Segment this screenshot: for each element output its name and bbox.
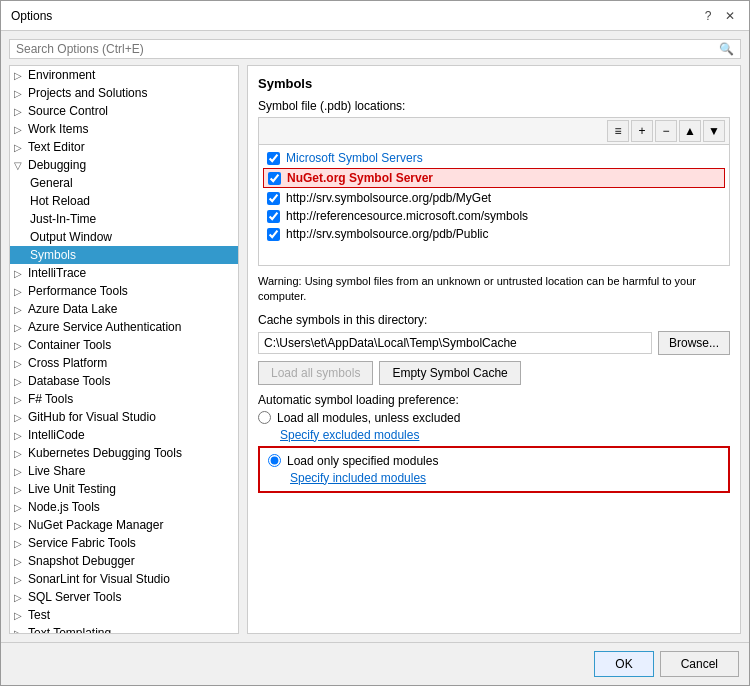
expand-icon: ▷ xyxy=(14,322,28,333)
symbol-checkbox-nuget-server[interactable] xyxy=(268,172,281,185)
tree-item-nuget-manager[interactable]: ▷ NuGet Package Manager xyxy=(10,516,238,534)
radio-load-only-input[interactable] xyxy=(268,454,281,467)
up-toolbar-btn[interactable]: ▲ xyxy=(679,120,701,142)
search-input[interactable] xyxy=(16,42,719,56)
expand-icon: ▷ xyxy=(14,556,28,567)
options-dialog: Options ? ✕ 🔍 ▷ Environment ▷ Projects a… xyxy=(0,0,750,686)
symbol-file-label: Symbol file (.pdb) locations: xyxy=(258,99,730,113)
tree-item-text-editor[interactable]: ▷ Text Editor xyxy=(10,138,238,156)
load-all-symbols-button[interactable]: Load all symbols xyxy=(258,361,373,385)
tree-item-snapshot-debugger[interactable]: ▷ Snapshot Debugger xyxy=(10,552,238,570)
tree-item-live-share[interactable]: ▷ Live Share xyxy=(10,462,238,480)
warning-text: Warning: Using symbol files from an unkn… xyxy=(258,274,730,305)
tree-item-fsharp-tools[interactable]: ▷ F# Tools xyxy=(10,390,238,408)
radio-load-all-label: Load all modules, unless excluded xyxy=(277,411,460,425)
expand-icon: ▷ xyxy=(14,106,28,117)
help-button[interactable]: ? xyxy=(699,7,717,25)
cache-row: Browse... xyxy=(258,331,730,355)
tree-item-just-in-time[interactable]: Just-In-Time xyxy=(10,210,238,228)
tree-item-test[interactable]: ▷ Test xyxy=(10,606,238,624)
radio-load-only-box: Load only specified modules Specify incl… xyxy=(258,446,730,493)
right-panel: Symbols Symbol file (.pdb) locations: ≡ … xyxy=(247,65,741,634)
tree-item-github-vs[interactable]: ▷ GitHub for Visual Studio xyxy=(10,408,238,426)
symbol-checkbox-ms-servers[interactable] xyxy=(267,152,280,165)
symbol-item-refsource[interactable]: http://referencesource.microsoft.com/sym… xyxy=(263,207,725,225)
expand-icon: ▷ xyxy=(14,376,28,387)
symbol-item-nuget-server[interactable]: NuGet.org Symbol Server xyxy=(263,168,725,188)
main-area: ▷ Environment ▷ Projects and Solutions ▷… xyxy=(9,65,741,634)
add-toolbar-btn[interactable]: + xyxy=(631,120,653,142)
radio-load-only-label: Load only specified modules xyxy=(287,454,438,468)
symbol-item-mygit[interactable]: http://srv.symbolsource.org/pdb/MyGet xyxy=(263,189,725,207)
right-panel-title: Symbols xyxy=(258,76,730,91)
expand-icon: ▽ xyxy=(14,160,28,171)
tree-item-performance-tools[interactable]: ▷ Performance Tools xyxy=(10,282,238,300)
tree-item-intellitrace[interactable]: ▷ IntelliTrace xyxy=(10,264,238,282)
symbol-checkbox-refsource[interactable] xyxy=(267,210,280,223)
tree-item-intellicode[interactable]: ▷ IntelliCode xyxy=(10,426,238,444)
expand-icon: ▷ xyxy=(14,88,28,99)
specify-included-link[interactable]: Specify included modules xyxy=(290,471,426,485)
radio-load-only: Load only specified modules xyxy=(268,454,720,468)
tree-item-source-control[interactable]: ▷ Source Control xyxy=(10,102,238,120)
auto-pref-label: Automatic symbol loading preference: xyxy=(258,393,730,407)
expand-icon: ▷ xyxy=(14,340,28,351)
tree-item-database-tools[interactable]: ▷ Database Tools xyxy=(10,372,238,390)
tree-item-kubernetes-tools[interactable]: ▷ Kubernetes Debugging Tools xyxy=(10,444,238,462)
expand-icon: ▷ xyxy=(14,412,28,423)
tree-item-azure-service-auth[interactable]: ▷ Azure Service Authentication xyxy=(10,318,238,336)
expand-icon: ▷ xyxy=(14,502,28,513)
tree-item-sonar-vs[interactable]: ▷ SonarLint for Visual Studio xyxy=(10,570,238,588)
left-panel: ▷ Environment ▷ Projects and Solutions ▷… xyxy=(9,65,239,634)
expand-icon: ▷ xyxy=(14,70,28,81)
specify-included-row: Specify included modules xyxy=(268,471,720,485)
expand-icon: ▷ xyxy=(14,430,28,441)
remove-toolbar-btn[interactable]: − xyxy=(655,120,677,142)
cache-label: Cache symbols in this directory: xyxy=(258,313,730,327)
expand-icon: ▷ xyxy=(14,628,28,635)
specify-excluded-link[interactable]: Specify excluded modules xyxy=(280,428,419,442)
symbol-checkbox-mygit[interactable] xyxy=(267,192,280,205)
close-button[interactable]: ✕ xyxy=(721,7,739,25)
empty-symbol-cache-button[interactable]: Empty Symbol Cache xyxy=(379,361,520,385)
expand-icon: ▷ xyxy=(14,574,28,585)
tree-item-container-tools[interactable]: ▷ Container Tools xyxy=(10,336,238,354)
tree-item-debugging[interactable]: ▽ Debugging xyxy=(10,156,238,174)
symbol-item-ms-servers[interactable]: Microsoft Symbol Servers xyxy=(263,149,725,167)
radio-load-all-input[interactable] xyxy=(258,411,271,424)
tree-item-sql-server-tools[interactable]: ▷ SQL Server Tools xyxy=(10,588,238,606)
tree-item-nodejs-tools[interactable]: ▷ Node.js Tools xyxy=(10,498,238,516)
load-row: Load all symbols Empty Symbol Cache xyxy=(258,361,730,385)
dialog-title: Options xyxy=(11,9,52,23)
tree-item-work-items[interactable]: ▷ Work Items xyxy=(10,120,238,138)
tree-item-azure-data-lake[interactable]: ▷ Azure Data Lake xyxy=(10,300,238,318)
tree-item-symbols[interactable]: Symbols xyxy=(10,246,238,264)
tree-item-service-fabric[interactable]: ▷ Service Fabric Tools xyxy=(10,534,238,552)
tree-item-text-templating[interactable]: ▷ Text Templating xyxy=(10,624,238,634)
tree-item-cross-platform[interactable]: ▷ Cross Platform xyxy=(10,354,238,372)
expand-icon: ▷ xyxy=(14,142,28,153)
settings-toolbar-btn[interactable]: ≡ xyxy=(607,120,629,142)
expand-icon: ▷ xyxy=(14,520,28,531)
expand-icon: ▷ xyxy=(14,394,28,405)
tree-item-general[interactable]: General xyxy=(10,174,238,192)
cache-path-input[interactable] xyxy=(258,332,652,354)
ok-button[interactable]: OK xyxy=(594,651,653,677)
tree-item-environment[interactable]: ▷ Environment xyxy=(10,66,238,84)
auto-pref-section: Automatic symbol loading preference: Loa… xyxy=(258,393,730,493)
tree-item-projects-solutions[interactable]: ▷ Projects and Solutions xyxy=(10,84,238,102)
search-icon: 🔍 xyxy=(719,42,734,56)
browse-button[interactable]: Browse... xyxy=(658,331,730,355)
expand-icon: ▷ xyxy=(14,358,28,369)
cancel-button[interactable]: Cancel xyxy=(660,651,739,677)
down-toolbar-btn[interactable]: ▼ xyxy=(703,120,725,142)
symbol-list: Microsoft Symbol Servers NuGet.org Symbo… xyxy=(259,145,729,265)
title-bar: Options ? ✕ xyxy=(1,1,749,31)
tree-item-live-unit-testing[interactable]: ▷ Live Unit Testing xyxy=(10,480,238,498)
expand-icon: ▷ xyxy=(14,124,28,135)
symbol-checkbox-public[interactable] xyxy=(267,228,280,241)
symbol-list-container: ≡ + − ▲ ▼ Microsoft Symbol Servers xyxy=(258,117,730,266)
tree-item-hot-reload[interactable]: Hot Reload xyxy=(10,192,238,210)
tree-item-output-window[interactable]: Output Window xyxy=(10,228,238,246)
symbol-item-public[interactable]: http://srv.symbolsource.org/pdb/Public xyxy=(263,225,725,243)
